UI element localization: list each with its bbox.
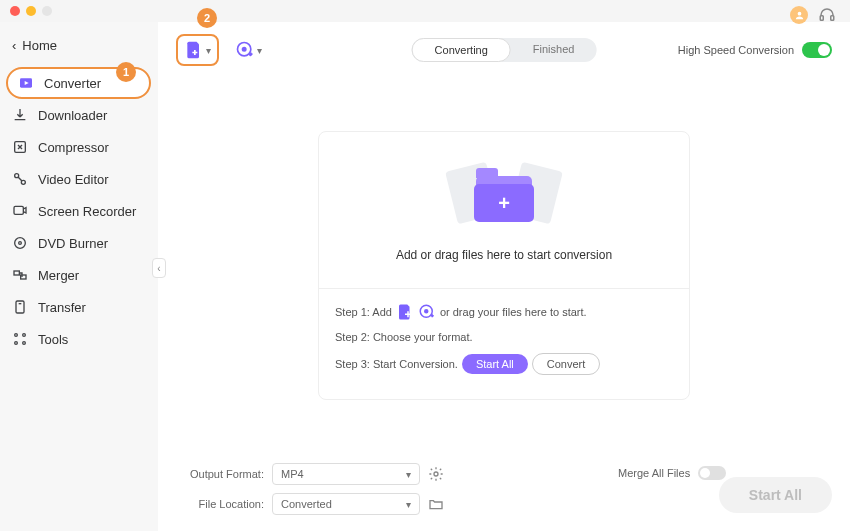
converter-icon bbox=[18, 75, 34, 91]
sidebar-item-label: Video Editor bbox=[38, 172, 109, 187]
high-speed-label: High Speed Conversion bbox=[678, 44, 794, 56]
folder-illustration: + bbox=[449, 162, 559, 232]
high-speed-toggle[interactable] bbox=[802, 42, 832, 58]
downloader-icon bbox=[12, 107, 28, 123]
svg-rect-2 bbox=[831, 16, 834, 21]
add-group: ▾ ▾ bbox=[176, 34, 268, 66]
convert-button[interactable]: Convert bbox=[532, 353, 601, 375]
home-link[interactable]: ‹ Home bbox=[0, 30, 157, 61]
chevron-down-icon: ▾ bbox=[206, 45, 211, 56]
tab-finished[interactable]: Finished bbox=[511, 38, 597, 62]
collapse-sidebar-button[interactable]: ‹ bbox=[152, 258, 166, 278]
tab-converting[interactable]: Converting bbox=[412, 38, 511, 62]
svg-point-23 bbox=[425, 310, 428, 313]
sidebar-item-label: Screen Recorder bbox=[38, 204, 136, 219]
maximize-window-button[interactable] bbox=[42, 6, 52, 16]
sidebar-item-compressor[interactable]: Compressor bbox=[0, 131, 157, 163]
svg-point-16 bbox=[15, 342, 18, 345]
add-file-icon bbox=[184, 40, 204, 60]
open-folder-icon[interactable] bbox=[428, 496, 444, 512]
svg-rect-21 bbox=[407, 311, 409, 317]
step3-text: Step 3: Start Conversion. bbox=[335, 358, 458, 370]
chevron-left-icon: ‹ bbox=[12, 38, 16, 53]
start-all-button[interactable]: Start All bbox=[462, 354, 528, 374]
step-3: Step 3: Start Conversion. Start All Conv… bbox=[335, 353, 673, 375]
add-file-button[interactable]: ▾ bbox=[176, 34, 219, 66]
dropzone[interactable]: + Add or drag files here to start conver… bbox=[318, 131, 690, 400]
step1-suffix: or drag your files here to start. bbox=[440, 306, 587, 318]
output-format-row: Output Format: MP4 ▾ bbox=[176, 463, 444, 485]
svg-point-0 bbox=[797, 11, 801, 15]
transfer-icon bbox=[12, 299, 28, 315]
content-area: + Add or drag files here to start conver… bbox=[158, 78, 850, 453]
svg-rect-13 bbox=[16, 301, 24, 313]
footer: Output Format: MP4 ▾ File Location: Conv… bbox=[158, 453, 850, 531]
sidebar-item-label: Tools bbox=[38, 332, 68, 347]
svg-rect-8 bbox=[14, 206, 23, 214]
sidebar-item-label: DVD Burner bbox=[38, 236, 108, 251]
compressor-icon bbox=[12, 139, 28, 155]
sidebar-item-label: Transfer bbox=[38, 300, 86, 315]
start-all-main-button[interactable]: Start All bbox=[719, 477, 832, 513]
step-1: Step 1: Add or drag your files here to s… bbox=[335, 303, 673, 321]
callout-badge-2: 2 bbox=[197, 8, 217, 28]
file-location-label: File Location: bbox=[176, 498, 264, 510]
svg-point-19 bbox=[243, 48, 246, 51]
nav-list: Converter Downloader Compressor Video Ed… bbox=[0, 67, 157, 355]
merge-toggle[interactable] bbox=[698, 466, 726, 480]
recorder-icon bbox=[12, 203, 28, 219]
sidebar-item-merger[interactable]: Merger bbox=[0, 259, 157, 291]
file-location-value: Converted bbox=[281, 498, 332, 510]
sidebar-item-transfer[interactable]: Transfer bbox=[0, 291, 157, 323]
toolbar: ▾ ▾ Converting Finished High Speed Conve… bbox=[158, 22, 850, 78]
svg-point-9 bbox=[15, 238, 26, 249]
add-file-icon[interactable] bbox=[396, 303, 414, 321]
svg-rect-11 bbox=[14, 271, 19, 275]
output-format-value: MP4 bbox=[281, 468, 304, 480]
add-disc-icon[interactable] bbox=[418, 303, 436, 321]
sidebar-item-label: Compressor bbox=[38, 140, 109, 155]
dvd-icon bbox=[12, 235, 28, 251]
sidebar-item-screen-recorder[interactable]: Screen Recorder bbox=[0, 195, 157, 227]
callout-badge-1: 1 bbox=[116, 62, 136, 82]
sidebar-item-dvd-burner[interactable]: DVD Burner bbox=[0, 227, 157, 259]
chevron-down-icon: ▾ bbox=[406, 469, 411, 480]
tab-group: Converting Finished bbox=[412, 38, 597, 62]
high-speed-group: High Speed Conversion bbox=[678, 42, 832, 58]
sidebar-item-video-editor[interactable]: Video Editor bbox=[0, 163, 157, 195]
chevron-down-icon: ▾ bbox=[406, 499, 411, 510]
svg-point-17 bbox=[23, 342, 26, 345]
minimize-window-button[interactable] bbox=[26, 6, 36, 16]
step1-prefix: Step 1: Add bbox=[335, 306, 392, 318]
merger-icon bbox=[12, 267, 28, 283]
merge-label: Merge All Files bbox=[618, 467, 690, 479]
svg-point-10 bbox=[19, 242, 22, 245]
add-disc-icon bbox=[235, 40, 255, 60]
main-panel: ▾ ▾ Converting Finished High Speed Conve… bbox=[158, 22, 850, 531]
sidebar-item-label: Converter bbox=[44, 76, 101, 91]
add-disc-button[interactable]: ▾ bbox=[229, 34, 268, 66]
svg-point-14 bbox=[15, 334, 18, 337]
sidebar-item-label: Merger bbox=[38, 268, 79, 283]
plus-icon: + bbox=[474, 184, 534, 222]
close-window-button[interactable] bbox=[10, 6, 20, 16]
merge-group: Merge All Files bbox=[618, 466, 726, 480]
output-format-select[interactable]: MP4 ▾ bbox=[272, 463, 420, 485]
tools-icon bbox=[12, 331, 28, 347]
svg-point-24 bbox=[434, 472, 438, 476]
dropzone-steps: Step 1: Add or drag your files here to s… bbox=[319, 288, 689, 399]
sidebar-item-tools[interactable]: Tools bbox=[0, 323, 157, 355]
home-label: Home bbox=[22, 38, 57, 53]
window-chrome bbox=[0, 0, 850, 22]
sidebar-item-downloader[interactable]: Downloader bbox=[0, 99, 157, 131]
file-location-row: File Location: Converted ▾ bbox=[176, 493, 444, 515]
svg-point-15 bbox=[23, 334, 26, 337]
dropzone-top: + Add or drag files here to start conver… bbox=[319, 132, 689, 288]
sidebar: ‹ Home Converter Downloader Compressor V… bbox=[0, 22, 158, 531]
file-location-select[interactable]: Converted ▾ bbox=[272, 493, 420, 515]
dropzone-text: Add or drag files here to start conversi… bbox=[329, 248, 679, 262]
settings-icon[interactable] bbox=[428, 466, 444, 482]
chevron-down-icon: ▾ bbox=[257, 45, 262, 56]
svg-rect-1 bbox=[820, 16, 823, 21]
editor-icon bbox=[12, 171, 28, 187]
